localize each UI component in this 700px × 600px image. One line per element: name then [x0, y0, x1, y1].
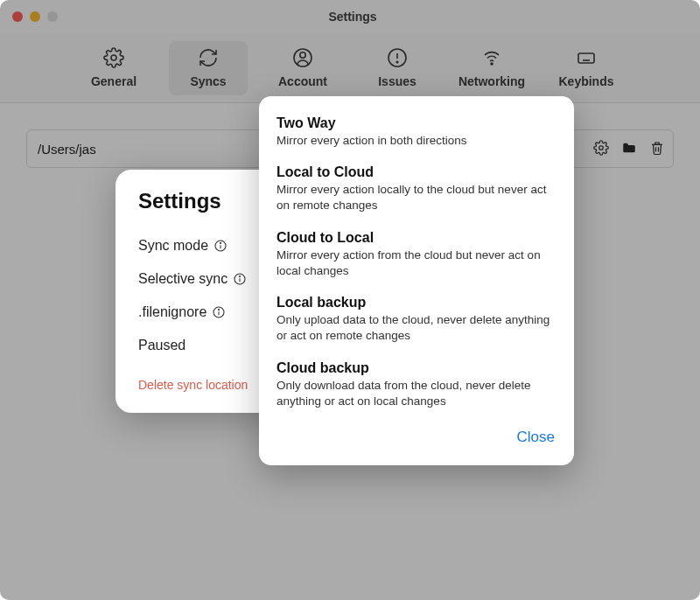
svg-point-21 [240, 276, 241, 276]
popover-actions: Close [276, 423, 556, 451]
setting-label: Sync mode [138, 238, 208, 254]
option-title: Two Way [276, 115, 556, 131]
setting-label: .filenignore [138, 304, 206, 320]
svg-point-18 [220, 242, 221, 243]
option-desc: Mirror every action in both directions [276, 133, 556, 149]
option-desc: Mirror every action from the cloud but n… [276, 248, 556, 279]
info-icon[interactable] [212, 305, 226, 319]
option-title: Cloud backup [276, 360, 556, 376]
sync-mode-option-cloud-to-local[interactable]: Cloud to Local Mirror every action from … [276, 223, 556, 288]
sync-mode-option-cloud-backup[interactable]: Cloud backup Only download data from the… [276, 353, 556, 418]
option-desc: Mirror every action locally to the cloud… [276, 182, 556, 213]
option-title: Local to Cloud [276, 164, 556, 180]
sync-mode-popover: Two Way Mirror every action in both dire… [259, 96, 574, 465]
svg-point-24 [219, 309, 220, 310]
info-icon[interactable] [214, 239, 228, 253]
option-desc: Only download data from the cloud, never… [276, 378, 556, 409]
sync-mode-option-local-backup[interactable]: Local backup Only upload data to the clo… [276, 288, 556, 352]
option-desc: Only upload data to the cloud, never del… [276, 312, 556, 344]
sync-mode-option-two-way[interactable]: Two Way Mirror every action in both dire… [276, 108, 556, 157]
popover-close-button[interactable]: Close [515, 423, 556, 451]
option-title: Local backup [276, 295, 556, 310]
info-icon[interactable] [233, 272, 247, 286]
option-title: Cloud to Local [276, 230, 556, 246]
settings-window: Settings General Syncs Account Issues [0, 0, 700, 600]
setting-label: Paused [138, 338, 186, 353]
sync-mode-option-local-to-cloud[interactable]: Local to Cloud Mirror every action local… [276, 157, 556, 222]
setting-label: Selective sync [138, 271, 228, 287]
